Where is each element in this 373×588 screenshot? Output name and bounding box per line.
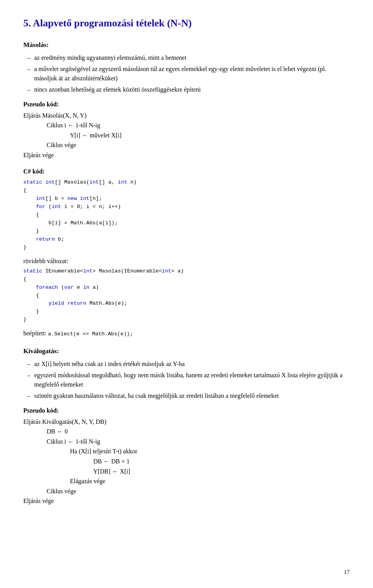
pseudo-lines: Eljárás Másolás(X, N, Y) Ciklus i ← 1-tő… bbox=[23, 111, 350, 160]
kival-line-9: Eljárás vége bbox=[23, 496, 350, 506]
list-item: nincs azonban lehetőség az elemek között… bbox=[23, 85, 350, 94]
pseudo-line-1: Eljárás Másolás(X, N, Y) bbox=[23, 111, 350, 121]
list-item: egyszerű módosítással megoldható, hogy n… bbox=[23, 371, 350, 389]
page-number: 17 bbox=[344, 568, 350, 577]
list-item: szintén gyakran használatos változat, ha… bbox=[23, 391, 350, 401]
list-item: az X[i] helyett néha csak az i index ért… bbox=[23, 359, 350, 369]
list-item: az eredmény mindig ugyanannyi elemszámú,… bbox=[23, 53, 350, 62]
code-main: static int[] Masolas(int[] a, int n) { i… bbox=[23, 179, 350, 252]
kivalogatas-pseudo: Pszeudo kód: Eljárás Kiválogatás(X, N, Y… bbox=[23, 406, 350, 506]
code-short: static IEnumerable<int> Masolas(IEnumera… bbox=[23, 267, 350, 324]
list-item: a művelet segítségével az egyszerű másol… bbox=[23, 64, 350, 83]
page-title: 5. Alapvető programozási tételek (N-N) bbox=[23, 16, 350, 31]
kival-line-3: Ciklus i ← 1-től N-ig bbox=[23, 437, 350, 447]
kivalogatas-bullets: az X[i] helyett néha csak az i index ért… bbox=[23, 359, 350, 401]
masolas-heading: Másolás: bbox=[23, 40, 350, 50]
masolas-bullets: az eredmény mindig ugyanannyi elemszámú,… bbox=[23, 53, 350, 94]
masolas-csharp: C# kód: static int[] Masolas(int[] a, in… bbox=[23, 167, 350, 252]
kival-line-7: Elágazás vége bbox=[23, 476, 350, 486]
masolas-pseudo: Pszeudo kód: Eljárás Másolás(X, N, Y) Ci… bbox=[23, 100, 350, 160]
code-label: C# kód: bbox=[23, 167, 350, 176]
kivalogatas-heading: Kiválogatás: bbox=[23, 346, 350, 356]
kivalogatas-section: Kiválogatás: az X[i] helyett néha csak a… bbox=[23, 346, 350, 506]
short-version-label: rövidebb változat: bbox=[23, 257, 350, 266]
code-builtin: a.Select(e => Math.Abs(e)); bbox=[48, 331, 133, 337]
pseudo-line-5: Eljárás vége bbox=[23, 150, 350, 160]
kival-line-2: DB ← 0 bbox=[23, 427, 350, 437]
kivalogatas-pseudo-label: Pszeudo kód: bbox=[23, 406, 350, 415]
pseudo-label: Pszeudo kód: bbox=[23, 100, 350, 109]
pseudo-line-3: Y[i] ← művelet X[i] bbox=[23, 130, 350, 140]
masolas-section: Másolás: az eredmény mindig ugyanannyi e… bbox=[23, 40, 350, 338]
kival-line-1: Eljárás Kiválogatás(X, N, Y, DB) bbox=[23, 417, 350, 427]
kival-line-8: Ciklus vége bbox=[23, 486, 350, 496]
kival-line-4: Ha (X[i] teljesíti T-t) akkor bbox=[23, 446, 350, 456]
kivalogatas-pseudo-lines: Eljárás Kiválogatás(X, N, Y, DB) DB ← 0 … bbox=[23, 417, 350, 506]
pseudo-line-4: Ciklus vége bbox=[23, 140, 350, 150]
kival-line-6: Y[DB] ← X[i] bbox=[23, 467, 350, 477]
pseudo-line-2: Ciklus i ← 1-től N-ig bbox=[23, 120, 350, 130]
builtin-label: beépített: a.Select(e => Math.Abs(e)); bbox=[23, 329, 350, 338]
kival-line-5: DB ← DB + 1 bbox=[23, 456, 350, 467]
